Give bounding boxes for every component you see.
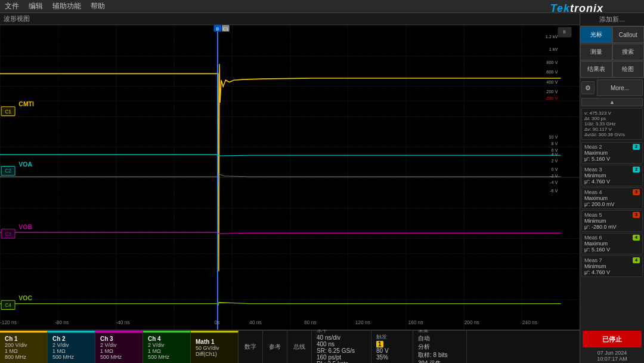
svg-text:0 V: 0 V bbox=[551, 167, 558, 172]
svg-text:400 V: 400 V bbox=[546, 79, 558, 85]
meas-list: Meas 2 2 Maximum μ': 5.160 V Meas 3 2 Mi… bbox=[581, 142, 643, 277]
svg-text:-6 V: -6 V bbox=[550, 188, 558, 193]
svg-text:200 V: 200 V bbox=[546, 89, 558, 94]
ch1-val3: 800 MHz bbox=[5, 354, 42, 360]
svg-text:600 V: 600 V bbox=[546, 69, 558, 75]
acquire-mode: 自动 bbox=[418, 334, 462, 343]
acquire-section[interactable]: 采集 自动 分析 取样: 8 bits 394 采集 bbox=[413, 331, 467, 363]
svg-text:-200 V: -200 V bbox=[545, 96, 558, 101]
cursor-dvdt: Δv/Δt: 300.39 GV/s bbox=[584, 132, 640, 137]
ch3-status[interactable]: Ch 3 2 V/div 1 MΩ 500 MHz bbox=[95, 331, 143, 363]
svg-text:2 V: 2 V bbox=[551, 158, 558, 164]
bus-btn[interactable]: 总线 bbox=[287, 331, 312, 363]
svg-text:-40 ns: -40 ns bbox=[116, 319, 129, 325]
osc-display: B C1 -120 ns -80 ns -40 ns 0s 40 ns 80 n… bbox=[0, 25, 580, 330]
math-val2: Diff(Ch1) bbox=[196, 351, 233, 357]
ch2-status[interactable]: Ch 2 2 V/div 1 MΩ 500 MHz bbox=[48, 331, 95, 363]
draw-btn[interactable]: 绘图 bbox=[612, 61, 645, 78]
meas-value: μ': -280.0 mV bbox=[584, 224, 640, 230]
math-val1: 50 GV/div bbox=[196, 345, 233, 351]
add-new-btn[interactable]: 添加新... bbox=[580, 13, 644, 26]
ref-btn[interactable]: 参考 bbox=[263, 331, 287, 363]
svg-text:200 ns: 200 ns bbox=[465, 319, 479, 325]
svg-text:10 V: 10 V bbox=[549, 134, 558, 140]
math-name: Math 1 bbox=[196, 339, 233, 345]
ch3-name: Ch 3 bbox=[100, 336, 138, 342]
svg-text:1.2 kV: 1.2 kV bbox=[546, 34, 558, 39]
measure-btn[interactable]: 测量 bbox=[580, 44, 612, 60]
btn-row-3: 结果表 绘图 bbox=[580, 61, 644, 78]
svg-text:800 V: 800 V bbox=[546, 60, 558, 65]
ch4-val2: 1 MΩ bbox=[148, 348, 185, 354]
meas-value: μ': 4.760 V bbox=[584, 179, 640, 184]
svg-text:4 V: 4 V bbox=[551, 152, 558, 157]
results-btn[interactable]: 结果表 bbox=[580, 61, 612, 78]
menu-tools[interactable]: 辅助功能 bbox=[52, 1, 81, 11]
meas-item-0: Meas 2 2 Maximum μ': 5.160 V bbox=[581, 142, 643, 164]
horizontal-total: 400 ns bbox=[317, 341, 366, 347]
horizontal-ps: 160 ps/pt bbox=[317, 354, 366, 361]
svg-text:C1: C1 bbox=[5, 108, 11, 114]
meas-id: Meas 6 bbox=[584, 235, 602, 241]
meas-item-2: Meas 4 3 Maximum μ': 200.0 mV bbox=[581, 187, 643, 209]
cursor-info: v: 475.323 V Δt: 300 ps 1/Δt: 3.33 GHz Δ… bbox=[581, 108, 643, 140]
meas-type: Minimum bbox=[584, 173, 640, 179]
meas-type: Maximum bbox=[584, 241, 640, 247]
meas-badge: 2 bbox=[633, 144, 640, 150]
trigger-section[interactable]: 触发 1 80 V 35% bbox=[371, 331, 413, 363]
meas-id: Meas 4 bbox=[584, 189, 602, 195]
meas-badge: 4 bbox=[633, 235, 640, 241]
waveform-title: 波形视图 bbox=[0, 13, 580, 25]
gear-icon[interactable]: ⚙ bbox=[581, 81, 595, 94]
callout-btn[interactable]: Callout bbox=[612, 26, 645, 43]
cursor-btn[interactable]: 光标 bbox=[580, 26, 612, 43]
svg-text:-80 ns: -80 ns bbox=[55, 319, 69, 325]
svg-text:-2 V: -2 V bbox=[550, 173, 558, 179]
trigger-pct: 35% bbox=[376, 354, 408, 361]
meas-type: Maximum bbox=[584, 150, 640, 156]
cursor-dv: Δv: 90.117 V bbox=[584, 127, 640, 132]
svg-text:240 ns: 240 ns bbox=[522, 319, 537, 325]
svg-text:C1: C1 bbox=[223, 26, 228, 32]
menu-file[interactable]: 文件 bbox=[5, 1, 19, 11]
ch1-status[interactable]: Ch 1 200 V/div 1 MΩ 800 MHz bbox=[0, 331, 48, 363]
collapse-btn[interactable]: ▲ bbox=[581, 98, 643, 106]
svg-text:VOC: VOC bbox=[18, 294, 32, 302]
horizontal-section[interactable]: 水平 40 ns/div 400 ns SR: 6.25 GS/s 160 ps… bbox=[312, 331, 371, 363]
meas-item-3: Meas 5 3 Minimum μ': -280.0 mV bbox=[581, 210, 643, 232]
ch1-name: Ch 1 bbox=[5, 336, 42, 342]
digital-btn[interactable]: 数字 bbox=[239, 331, 263, 363]
trigger-level: 80 V bbox=[376, 347, 408, 354]
math-status[interactable]: Math 1 50 GV/div Diff(Ch1) bbox=[191, 331, 239, 363]
meas-item-1: Meas 3 2 Minimum μ': 4.760 V bbox=[581, 165, 643, 186]
ch3-val1: 2 V/div bbox=[100, 342, 138, 348]
ch4-status[interactable]: Ch 4 2 V/div 1 MΩ 500 MHz bbox=[143, 331, 191, 363]
svg-text:80 ns: 80 ns bbox=[304, 319, 316, 325]
svg-text:C2: C2 bbox=[5, 168, 11, 174]
meas-id: Meas 5 bbox=[584, 212, 602, 218]
svg-text:-4 V: -4 V bbox=[550, 180, 558, 185]
meas-type: Minimum bbox=[584, 263, 640, 269]
datetime: 07 Jun 2024 10:07:17 AM bbox=[580, 349, 644, 363]
horizontal-rl: RL: 2.5 kpts bbox=[317, 361, 366, 363]
horizontal-sr: SR: 6.25 GS/s bbox=[317, 347, 366, 354]
acquire-sample: 取样: 8 bits bbox=[418, 351, 462, 359]
menubar: 文件 编辑 辅助功能 帮助 Tektronix bbox=[0, 0, 644, 13]
stop-button[interactable]: 已停止 bbox=[583, 331, 642, 347]
more-btn[interactable]: More... bbox=[597, 79, 643, 96]
cursor-freq: 1/Δt: 3.33 GHz bbox=[584, 121, 640, 127]
ch2-val3: 500 MHz bbox=[52, 354, 90, 360]
acquire-count: 394 采集 bbox=[418, 359, 462, 364]
svg-text:B: B bbox=[216, 26, 219, 32]
ch2-name: Ch 2 bbox=[52, 336, 90, 342]
waveform-svg: B C1 -120 ns -80 ns -40 ns 0s 40 ns 80 n… bbox=[0, 25, 580, 330]
ch3-val3: 500 MHz bbox=[100, 354, 138, 360]
svg-text:8 V: 8 V bbox=[551, 141, 558, 146]
meas-value: μ': 4.760 V bbox=[584, 269, 640, 275]
search-btn[interactable]: 搜索 bbox=[612, 44, 645, 60]
ch4-name: Ch 4 bbox=[148, 336, 185, 342]
menu-edit[interactable]: 编辑 bbox=[29, 1, 43, 11]
menu-help[interactable]: 帮助 bbox=[91, 1, 105, 11]
btn-row-1: 光标 Callout bbox=[580, 26, 644, 44]
ch1-val1: 200 V/div bbox=[5, 342, 42, 348]
